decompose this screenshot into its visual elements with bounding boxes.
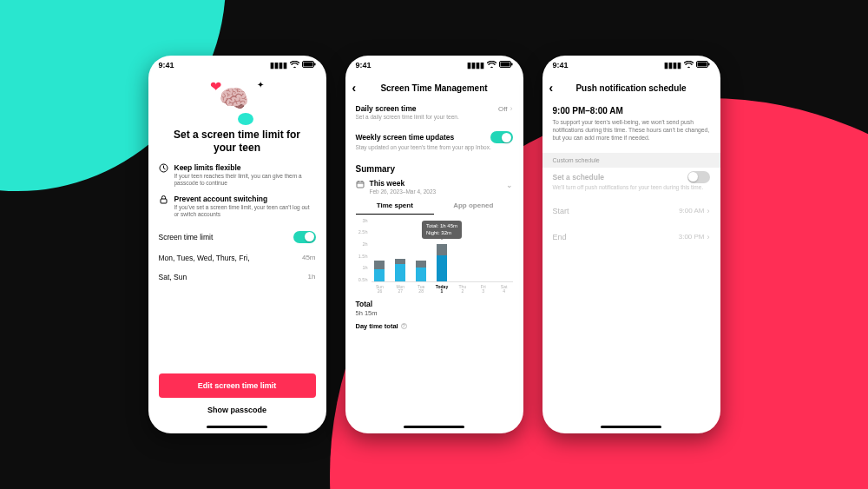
daily-label: Daily screen time <box>356 104 417 113</box>
weekly-updates-toggle[interactable] <box>490 131 513 143</box>
nav-bar: ‹ Screen Time Management <box>345 75 523 101</box>
wifi-icon <box>487 61 496 69</box>
tooltip-total: Total: 1h 45m <box>426 223 457 230</box>
set-schedule-sub: We'll turn off push notifications for yo… <box>553 184 710 191</box>
weekdays-row[interactable]: Mon, Tues, Wed, Thurs, Fri, 45m <box>159 248 316 268</box>
end-value: 3:00 PM <box>679 233 705 241</box>
phone-screen-time-management: 9:41 ▮▮▮▮ ‹ Screen Time Management Daily… <box>345 56 523 433</box>
svg-rect-11 <box>708 63 710 66</box>
range-dates: Feb 26, 2023–Mar 4, 2023 <box>370 188 437 195</box>
daily-screen-time-row[interactable]: Daily screen time Off › Set a daily scre… <box>356 101 513 128</box>
total-value: 5h 15m <box>356 309 513 317</box>
svg-rect-8 <box>357 182 364 188</box>
set-schedule-toggle[interactable] <box>687 171 710 183</box>
set-schedule-label: Set a schedule <box>553 173 605 182</box>
daily-sub: Set a daily screen time limit for your t… <box>356 114 513 121</box>
end-time-row[interactable]: End 3:00 PM › <box>553 224 710 250</box>
tooltip-night: Night: 32m <box>426 230 457 237</box>
weekend-row[interactable]: Sat, Sun 1h <box>159 268 316 287</box>
screen-time-limit-toggle[interactable] <box>293 231 316 243</box>
calendar-icon <box>356 180 365 190</box>
back-button[interactable]: ‹ <box>549 82 554 94</box>
status-time: 9:41 <box>356 61 372 69</box>
status-bar: 9:41 ▮▮▮▮ <box>148 56 326 75</box>
day-time-total-label: Day time total <box>356 322 398 330</box>
page-title-line2: your teen <box>164 142 311 155</box>
day-time-total-row: Day time total ? <box>356 322 513 330</box>
weekly-label: Weekly screen time updates <box>356 133 455 142</box>
chevron-right-icon: › <box>510 104 513 113</box>
weekly-updates-row[interactable]: Weekly screen time updates Stay updated … <box>356 128 513 158</box>
home-indicator <box>601 426 661 428</box>
info-flexible: Keep limits flexible If your teen reache… <box>159 163 316 188</box>
end-label: End <box>553 233 567 241</box>
chart-y-axis: 3h2.5h2h1.5h1h0.5h <box>356 218 368 282</box>
nav-title: Push notification schedule <box>575 83 686 93</box>
sparkle-icon: ✦ <box>257 80 264 89</box>
chevron-right-icon: › <box>707 233 710 241</box>
status-icons: ▮▮▮▮ <box>467 61 513 69</box>
weekend-label: Sat, Sun <box>159 273 187 281</box>
status-icons: ▮▮▮▮ <box>270 61 316 69</box>
toggle-label: Screen time limit <box>159 233 214 241</box>
status-bar: 9:41 ▮▮▮▮ <box>542 56 720 75</box>
brain-icon: 🧠 <box>219 87 249 111</box>
home-indicator <box>207 426 267 428</box>
start-time-row[interactable]: Start 9:00 AM › <box>553 198 710 224</box>
signal-icon: ▮▮▮▮ <box>467 61 484 69</box>
total-label: Total <box>356 300 513 308</box>
status-bar: 9:41 ▮▮▮▮ <box>345 56 523 75</box>
phone-screen-time-limit: 9:41 ▮▮▮▮ ❤ 🧠 ✦ Set a screen time limit … <box>148 56 326 433</box>
info-prevent: Prevent account switching If you've set … <box>159 195 316 219</box>
weekend-value: 1h <box>308 273 316 281</box>
wifi-icon <box>290 61 299 69</box>
battery-icon <box>302 61 316 69</box>
tab-app-opened[interactable]: App opened <box>434 202 513 215</box>
svg-rect-10 <box>697 63 707 67</box>
info-prevent-sub: If you've set a screen time limit, your … <box>174 204 316 219</box>
summary-tabs: Time spent App opened <box>356 202 513 215</box>
start-value: 9:00 AM <box>679 207 704 215</box>
info-icon[interactable]: ? <box>401 323 407 329</box>
weekdays-label: Mon, Tues, Wed, Thurs, Fri, <box>159 254 250 262</box>
battery-icon <box>499 61 513 69</box>
wifi-icon <box>684 61 694 69</box>
lock-icon <box>159 195 169 219</box>
screen-time-limit-toggle-row[interactable]: Screen time limit <box>159 226 316 248</box>
clock-icon <box>159 163 169 188</box>
svg-rect-7 <box>511 63 513 66</box>
range-label: This week <box>370 179 437 188</box>
status-icons: ▮▮▮▮ <box>664 61 710 69</box>
chevron-down-icon: ⌄ <box>506 181 513 189</box>
custom-schedule-section: Custom schedule <box>542 153 720 168</box>
summary-heading: Summary <box>356 164 513 174</box>
status-time: 9:41 <box>553 61 569 69</box>
weekly-sub: Stay updated on your teen's time from yo… <box>356 144 513 151</box>
info-flexible-sub: If your teen reaches their limit, you ca… <box>174 173 316 188</box>
tab-time-spent[interactable]: Time spent <box>356 202 435 215</box>
svg-rect-6 <box>500 63 510 67</box>
phone-push-notification-schedule: 9:41 ▮▮▮▮ ‹ Push notification schedule 9… <box>542 56 720 433</box>
signal-icon: ▮▮▮▮ <box>270 61 287 69</box>
page-title: Set a screen time limit for your teen <box>159 129 316 155</box>
chart-tooltip: Total: 1h 45m Night: 32m <box>422 221 462 240</box>
total-row: Total 5h 15m <box>356 300 513 317</box>
info-prevent-title: Prevent account switching <box>174 195 316 203</box>
weekdays-value: 45m <box>302 254 316 261</box>
svg-rect-2 <box>314 63 316 66</box>
show-passcode-button[interactable]: Show passcode <box>159 398 316 422</box>
svg-rect-4 <box>161 199 167 203</box>
edit-limit-button[interactable]: Edit screen time limit <box>159 373 316 398</box>
chevron-right-icon: › <box>707 207 710 215</box>
time-spent-chart: 3h2.5h2h1.5h1h0.5h Sun26Mon27Tue28Today1… <box>356 218 513 294</box>
chart-x-axis: Sun26Mon27Tue28Today1Thu2Fri3Sat4 <box>372 285 513 294</box>
daily-value: Off <box>498 105 508 113</box>
nav-title: Screen Time Management <box>380 83 487 93</box>
default-schedule-sub: To support your teen's well-being, we wo… <box>553 118 710 142</box>
home-indicator <box>404 426 464 428</box>
date-range-selector[interactable]: This week Feb 26, 2023–Mar 4, 2023 ⌄ <box>356 177 513 200</box>
back-button[interactable]: ‹ <box>352 82 357 94</box>
page-title-line1: Set a screen time limit for <box>164 129 311 142</box>
battery-icon <box>696 61 710 69</box>
set-schedule-row[interactable]: Set a schedule We'll turn off push notif… <box>553 168 710 198</box>
